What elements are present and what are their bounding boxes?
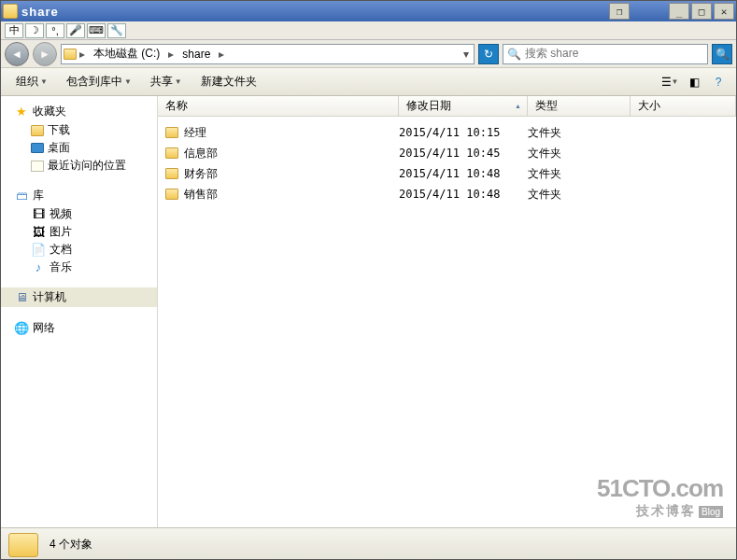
folder-icon	[31, 125, 44, 136]
column-size[interactable]: 大小	[631, 96, 736, 116]
organize-button[interactable]: 组织▼	[8, 70, 55, 93]
sidebar-item-pictures[interactable]: 🖼图片	[1, 223, 157, 241]
folder-icon	[165, 168, 178, 179]
sidebar-libraries[interactable]: 🗃库	[1, 186, 157, 205]
column-headers: 名称 修改日期 类型 大小	[158, 96, 736, 117]
search-icon: 🔍	[507, 48, 521, 61]
sidebar-item-recent[interactable]: 最近访问的位置	[1, 157, 157, 175]
music-icon: ♪	[31, 260, 46, 275]
status-text: 4 个对象	[50, 537, 92, 553]
folder-icon	[165, 147, 178, 159]
column-date[interactable]: 修改日期	[399, 96, 528, 116]
network-icon: 🌐	[14, 321, 29, 336]
main-area: ★收藏夹 下载 桌面 最近访问的位置 🗃库 🎞视频 🖼图片 📄文档 ♪音乐 🖥计…	[1, 96, 736, 527]
forward-button[interactable]: ►	[33, 42, 57, 66]
file-list: 名称 修改日期 类型 大小 经理 2015/4/11 10:15 文件夹 信息部…	[158, 96, 736, 527]
file-row[interactable]: 经理 2015/4/11 10:15 文件夹	[158, 122, 736, 143]
help-button[interactable]: ?	[708, 72, 729, 92]
ime-toolbar: 中 ☽ °, 🎤 ⌨ 🔧	[1, 21, 736, 40]
file-row[interactable]: 信息部 2015/4/11 10:45 文件夹	[158, 143, 736, 163]
window-title: share	[21, 5, 609, 19]
folder-icon	[64, 49, 77, 60]
computer-icon: 🖥	[14, 290, 29, 305]
preview-pane-button[interactable]: ◧	[684, 72, 704, 92]
picture-icon: 🖼	[31, 225, 46, 240]
ime-button[interactable]: °,	[46, 23, 64, 38]
close-button[interactable]: ✕	[714, 3, 734, 20]
file-row[interactable]: 销售部 2015/4/11 10:48 文件夹	[158, 184, 736, 204]
maximize-button[interactable]: □	[691, 3, 712, 20]
search-placeholder-text: 搜索 share	[525, 46, 578, 62]
window-controls: ❐ _ □ ✕	[609, 3, 734, 20]
library-icon: 🗃	[14, 189, 29, 203]
chevron-right-icon[interactable]: ▸	[165, 48, 177, 61]
ime-button[interactable]: 🎤	[66, 23, 85, 38]
ime-button[interactable]: ☽	[25, 23, 44, 38]
sidebar-computer[interactable]: 🖥计算机	[1, 287, 157, 307]
watermark-line2: 技术博客	[636, 503, 696, 518]
folder-icon	[165, 127, 178, 138]
sidebar-item-documents[interactable]: 📄文档	[1, 241, 157, 259]
chevron-right-icon[interactable]: ▸	[77, 48, 88, 61]
video-icon: 🎞	[31, 207, 46, 222]
sidebar-favorites[interactable]: ★收藏夹	[1, 102, 157, 121]
sidebar-network[interactable]: 🌐网络	[1, 318, 157, 338]
share-button[interactable]: 共享▼	[143, 70, 190, 93]
refresh-button[interactable]: ↻	[478, 44, 499, 64]
document-icon: 📄	[31, 243, 46, 258]
view-options-button[interactable]: ☰▼	[659, 72, 680, 92]
dropdown-icon[interactable]: ▾	[461, 48, 472, 61]
ime-button[interactable]: 中	[5, 23, 23, 38]
sidebar-item-desktop[interactable]: 桌面	[1, 139, 157, 157]
back-button[interactable]: ◄	[5, 42, 29, 66]
new-folder-button[interactable]: 新建文件夹	[193, 70, 264, 93]
address-bar: ◄ ► ▸ 本地磁盘 (C:) ▸ share ▸ ▾ ↻ 🔍 搜索 share…	[1, 40, 736, 68]
folder-icon	[3, 4, 18, 19]
file-row[interactable]: 财务部 2015/4/11 10:48 文件夹	[158, 163, 736, 184]
folder-icon	[165, 189, 178, 200]
sidebar-item-videos[interactable]: 🎞视频	[1, 205, 157, 223]
restore-button[interactable]: ❐	[609, 3, 630, 20]
breadcrumb-item[interactable]: share	[177, 45, 216, 63]
chevron-right-icon[interactable]: ▸	[216, 48, 227, 61]
command-toolbar: 组织▼ 包含到库中▼ 共享▼ 新建文件夹 ☰▼ ◧ ?	[1, 68, 736, 96]
titlebar: share ❐ _ □ ✕	[1, 1, 736, 21]
folder-icon	[8, 533, 38, 557]
navigation-sidebar: ★收藏夹 下载 桌面 最近访问的位置 🗃库 🎞视频 🖼图片 📄文档 ♪音乐 🖥计…	[1, 96, 158, 527]
watermark: 51CTO.com 技术博客 Blog	[597, 474, 723, 520]
watermark-blog: Blog	[699, 506, 723, 518]
search-go-button[interactable]: 🔍	[712, 44, 732, 64]
breadcrumb-item[interactable]: 本地磁盘 (C:)	[88, 45, 165, 63]
file-rows: 经理 2015/4/11 10:15 文件夹 信息部 2015/4/11 10:…	[158, 117, 736, 527]
include-library-button[interactable]: 包含到库中▼	[59, 70, 139, 93]
recent-icon	[31, 161, 44, 172]
ime-button[interactable]: ⌨	[87, 23, 106, 38]
star-icon: ★	[14, 105, 29, 119]
watermark-line1: 51CTO.com	[597, 474, 723, 503]
sidebar-item-music[interactable]: ♪音乐	[1, 259, 157, 276]
status-bar: 4 个对象	[1, 527, 736, 560]
column-name[interactable]: 名称	[158, 96, 399, 116]
minimize-button[interactable]: _	[669, 3, 689, 20]
ime-button[interactable]: 🔧	[107, 23, 126, 38]
search-input[interactable]: 🔍 搜索 share	[503, 44, 708, 64]
column-type[interactable]: 类型	[528, 96, 631, 116]
desktop-icon	[31, 143, 44, 153]
sidebar-item-downloads[interactable]: 下载	[1, 121, 157, 139]
breadcrumb[interactable]: ▸ 本地磁盘 (C:) ▸ share ▸ ▾	[61, 44, 475, 64]
